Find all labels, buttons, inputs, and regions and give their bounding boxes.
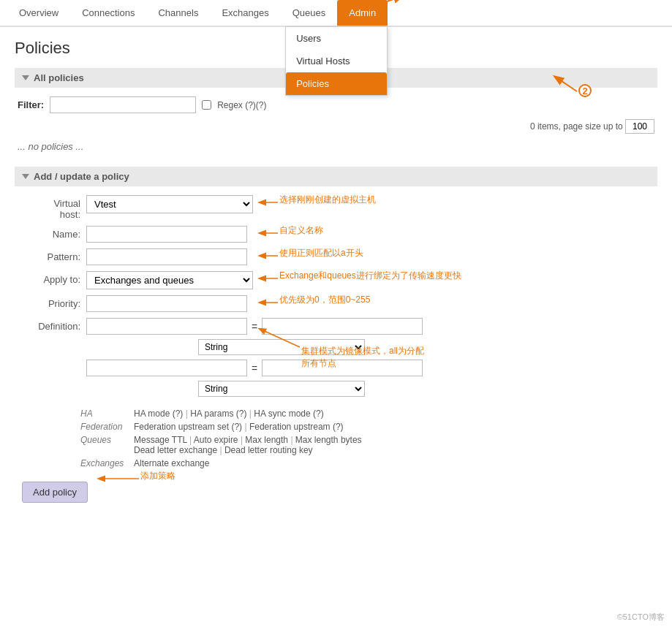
definition-label: Definition: — [22, 318, 80, 332]
def-type-select-2[interactable]: String Number Boolean — [198, 381, 365, 397]
def-row-1: ha-mode = all — [86, 318, 657, 335]
def-key-2[interactable] — [86, 360, 247, 376]
help-ha-params-link[interactable]: HA params (?) — [190, 408, 246, 419]
apply-to-label: Apply to: — [22, 271, 80, 285]
def-key-1[interactable]: ha-mode — [86, 318, 247, 335]
priority-control: 0 — [86, 295, 657, 312]
page-info-text: 0 items, page size up to — [530, 121, 623, 132]
help-ha-links: HA mode (?) | HA params (?) | HA sync mo… — [134, 408, 324, 419]
priority-label: Priority: — [22, 295, 80, 309]
help-ha-row: HA HA mode (?) | HA params (?) | HA sync… — [80, 408, 657, 419]
eq-sign-1: = — [252, 321, 257, 332]
definition-control: ha-mode = all String Number Boolean — [86, 318, 657, 401]
admin-wrapper: Admin 1 Users Virtual Hosts Policies — [337, 0, 388, 26]
def-val-2[interactable] — [262, 360, 423, 376]
apply-to-row: Apply to: Exchanges and queues Exchanges… — [22, 271, 657, 289]
apply-to-control: Exchanges and queues Exchanges Queues — [86, 271, 657, 289]
all-policies-label: All policies — [34, 72, 84, 83]
help-ha-mode-link[interactable]: HA mode (?) — [134, 408, 183, 419]
dropdown-policies[interactable]: Policies — [286, 72, 387, 95]
help-fed-cat: Federation — [80, 422, 128, 432]
help-queues-cat: Queues — [80, 435, 128, 445]
help-fed-links: Federation upstream set (?) | Federation… — [134, 422, 344, 432]
help-dead-letter-key-link[interactable]: Dead letter routing key — [224, 445, 313, 455]
apply-to-select[interactable]: Exchanges and queues Exchanges Queues — [86, 271, 253, 289]
add-policy-header: Add / update a policy — [15, 167, 657, 186]
name-input[interactable]: my_ha_zyz — [86, 226, 247, 243]
filter-row: Filter: Regex (?)(?) — [15, 96, 657, 113]
name-label: Name: — [22, 226, 80, 240]
virtual-host-control: Vtest / default — [86, 195, 657, 213]
help-alt-exchange-link[interactable]: Alternate exchange — [134, 458, 209, 468]
annotation-add-text: 添加策略 — [140, 470, 175, 482]
help-fed-row: Federation Federation upstream set (?) |… — [80, 422, 657, 432]
nav-connections[interactable]: Connections — [70, 0, 146, 26]
name-control: my_ha_zyz — [86, 226, 657, 243]
admin-dropdown: Users Virtual Hosts Policies — [285, 26, 388, 96]
regex-checkbox[interactable] — [202, 100, 211, 110]
triangle2-icon — [22, 174, 29, 179]
def-type-row-1: String Number Boolean — [198, 339, 657, 355]
virtual-host-label: Virtualhost: — [22, 195, 80, 220]
help-exchanges-row: Exchanges Alternate exchange — [80, 458, 657, 468]
help-queues-links: Message TTL | Auto expire | Max length |… — [134, 435, 362, 455]
main-content: Policies All policies Filter: Regex (?)(… — [0, 27, 672, 514]
pattern-label: Pattern: — [22, 248, 80, 262]
help-section: HA HA mode (?) | HA params (?) | HA sync… — [80, 408, 657, 468]
virtual-host-row: Virtualhost: Vtest / default — [22, 195, 657, 220]
help-msg-ttl-link[interactable]: Message TTL — [134, 435, 187, 445]
left-panel: Policies All policies Filter: Regex (?)(… — [0, 27, 672, 514]
policy-form: Virtualhost: Vtest / default — [22, 195, 657, 401]
help-exchanges-links: Alternate exchange — [134, 458, 209, 468]
add-policy-header-label: Add / update a policy — [34, 171, 129, 182]
add-policy-wrapper: Add policy 添加策略 — [15, 471, 88, 503]
help-max-length-link[interactable]: Max length — [245, 435, 288, 445]
virtual-host-select[interactable]: Vtest / default — [86, 195, 253, 213]
help-auto-expire-link[interactable]: Auto expire — [194, 435, 238, 445]
nav-channels[interactable]: Channels — [146, 0, 210, 26]
pattern-input[interactable]: ^a — [86, 248, 247, 265]
definition-row: Definition: ha-mode = all Str — [22, 318, 657, 401]
def-val-1[interactable]: all — [262, 318, 423, 335]
help-fed-upstream-link[interactable]: Federation upstream (?) — [249, 422, 344, 432]
no-policies-text: ... no policies ... — [18, 141, 657, 152]
priority-row: Priority: 0 — [22, 295, 657, 312]
help-queues-row: Queues Message TTL | Auto expire | Max l… — [80, 435, 657, 455]
pattern-control: ^a — [86, 248, 657, 265]
priority-input[interactable]: 0 — [86, 295, 247, 312]
nav-queues[interactable]: Queues — [281, 0, 338, 26]
add-policy-section: Add / update a policy Virtualhost: Vtest… — [15, 167, 657, 503]
pattern-row: Pattern: ^a — [22, 248, 657, 265]
regex-label: Regex (?)(?) — [217, 100, 266, 110]
help-dead-letter-link[interactable]: Dead letter exchange — [134, 445, 217, 455]
page-info: 0 items, page size up to — [15, 119, 657, 134]
top-nav: Overview Connections Channels Exchanges … — [0, 0, 672, 27]
nav-admin[interactable]: Admin — [337, 0, 388, 26]
eq-sign-2: = — [252, 362, 257, 374]
def-type-row-2: String Number Boolean — [198, 381, 657, 397]
help-ha-cat: HA — [80, 408, 128, 419]
nav-overview[interactable]: Overview — [7, 0, 70, 26]
dropdown-users[interactable]: Users — [286, 27, 387, 50]
name-row: Name: my_ha_zyz — [22, 226, 657, 243]
filter-label: Filter: — [18, 99, 44, 110]
def-type-select-1[interactable]: String Number Boolean — [198, 339, 365, 355]
page-size-input[interactable] — [625, 119, 654, 134]
nav-exchanges[interactable]: Exchanges — [210, 0, 280, 26]
help-exchanges-cat: Exchanges — [80, 458, 128, 468]
filter-input[interactable] — [50, 96, 196, 113]
add-policy-button[interactable]: Add policy — [22, 482, 88, 503]
help-max-length-bytes-link[interactable]: Max length bytes — [295, 435, 362, 445]
help-ha-sync-link[interactable]: HA sync mode (?) — [254, 408, 323, 419]
triangle-icon — [22, 75, 29, 80]
def-row-2: = — [86, 360, 657, 376]
dropdown-virtual-hosts[interactable]: Virtual Hosts — [286, 50, 387, 72]
help-fed-upstream-set-link[interactable]: Federation upstream set (?) — [134, 422, 242, 432]
